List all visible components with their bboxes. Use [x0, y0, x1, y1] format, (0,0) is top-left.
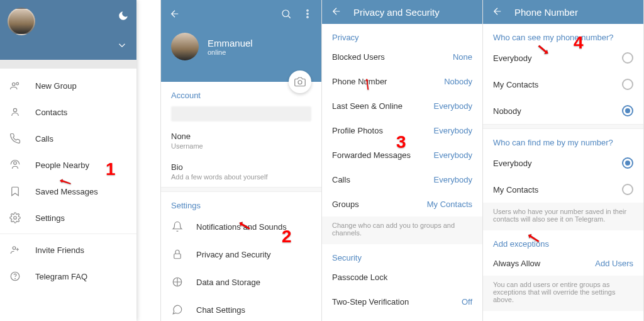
- row-always-allow[interactable]: Always AllowAdd Users: [483, 251, 643, 276]
- radio-icon: [622, 52, 633, 64]
- camera-fab[interactable]: [289, 70, 311, 93]
- drawer-header: [0, 0, 136, 60]
- settings-header-label: Settings: [161, 192, 321, 213]
- settings-header: Emmanuel online: [161, 0, 321, 82]
- radio-find-contacts[interactable]: My Contacts: [483, 176, 643, 203]
- svg-marker-17: [60, 179, 70, 184]
- radio-icon: [622, 184, 633, 195]
- avatar[interactable]: [8, 8, 35, 35]
- setting-chat[interactable]: Chat Settings: [161, 296, 321, 321]
- chat-icon: [171, 303, 184, 316]
- svg-point-0: [13, 83, 16, 86]
- row-passcode[interactable]: Passcode Lock: [322, 265, 482, 290]
- bookmark-icon: [9, 185, 21, 198]
- radio-see-nobody[interactable]: Nobody: [483, 98, 643, 124]
- radio-icon: [622, 79, 633, 90]
- privacy-section: Privacy: [322, 24, 482, 45]
- arrow-1: [60, 176, 71, 190]
- back-icon[interactable]: [331, 6, 342, 19]
- nearby-icon: [9, 159, 21, 171]
- user-status: online: [208, 48, 253, 56]
- menu-invite-friends[interactable]: Invite Friends: [0, 237, 136, 263]
- menu-people-nearby[interactable]: People Nearby: [0, 152, 136, 178]
- more-icon[interactable]: [301, 8, 314, 20]
- username-row[interactable]: None Username: [161, 125, 321, 156]
- find-note: Users who have your number saved in thei…: [483, 203, 643, 230]
- svg-point-9: [307, 10, 308, 11]
- invite-icon: [9, 244, 21, 256]
- chevron-down-icon[interactable]: [116, 40, 128, 54]
- group-icon: [9, 79, 21, 92]
- svg-point-4: [14, 217, 17, 220]
- menu-label: New Group: [35, 81, 77, 91]
- annotation-1: 1: [106, 159, 116, 179]
- menu-telegram-faq[interactable]: Telegram FAQ: [0, 263, 136, 290]
- annotation-4: 4: [574, 33, 584, 53]
- svg-point-11: [307, 16, 308, 18]
- privacy-header-bar: Privacy and Security: [322, 0, 482, 24]
- menu-label: Calls: [35, 134, 53, 144]
- phone-blurred: [171, 106, 311, 121]
- chat-list-backdrop: 🔍 23 AM4579 36 AM1 36 PM456 Mon149 Mon J…: [136, 0, 160, 321]
- menu-label: People Nearby: [35, 160, 89, 170]
- radio-see-everybody[interactable]: Everybody: [483, 45, 643, 71]
- menu-label: Telegram FAQ: [35, 272, 87, 281]
- radio-find-everybody[interactable]: Everybody: [483, 150, 643, 176]
- svg-point-8: [282, 10, 289, 17]
- svg-point-2: [13, 108, 16, 111]
- svg-point-1: [16, 82, 19, 85]
- radio-icon: [622, 157, 633, 169]
- bio-row[interactable]: Bio Add a few words about yourself: [161, 156, 321, 187]
- lock-icon: [171, 248, 184, 261]
- menu-new-group[interactable]: New Group: [0, 72, 136, 99]
- row-last-seen[interactable]: Last Seen & OnlineEverybody: [322, 94, 482, 118]
- annotation-2: 2: [282, 227, 292, 247]
- radio-see-contacts[interactable]: My Contacts: [483, 71, 643, 98]
- contact-icon: [9, 106, 21, 118]
- search-icon[interactable]: [280, 8, 292, 20]
- exceptions-header: Add exceptions: [483, 230, 643, 251]
- avatar[interactable]: [171, 33, 199, 60]
- svg-marker-20: [538, 45, 548, 54]
- setting-data[interactable]: Data and Storage: [161, 268, 321, 296]
- setting-privacy[interactable]: Privacy and Security: [161, 240, 321, 268]
- radio-icon: [622, 105, 633, 116]
- row-groups[interactable]: GroupsMy Contacts: [322, 192, 482, 217]
- svg-rect-13: [174, 254, 181, 259]
- night-mode-icon[interactable]: [118, 10, 129, 25]
- gear-icon: [9, 211, 21, 224]
- row-two-step[interactable]: Two-Step VerificationOff: [322, 290, 482, 314]
- phone-header-bar: Phone Number: [483, 0, 643, 24]
- row-blocked-users[interactable]: Blocked UsersNone: [322, 45, 482, 69]
- menu-calls[interactable]: Calls: [0, 125, 136, 152]
- row-calls[interactable]: CallsEverybody: [322, 167, 482, 192]
- svg-point-3: [14, 162, 17, 165]
- menu-label: Settings: [35, 213, 65, 223]
- back-icon[interactable]: [169, 8, 181, 20]
- svg-point-5: [13, 247, 16, 250]
- exceptions-note: You can add users or entire groups as ex…: [483, 276, 643, 311]
- menu-settings[interactable]: Settings: [0, 205, 136, 231]
- arrow-3: [362, 79, 373, 93]
- row-phone-number[interactable]: Phone NumberNobody: [322, 69, 482, 94]
- svg-marker-21: [528, 234, 539, 242]
- svg-marker-18: [240, 222, 250, 230]
- arrow-2: [239, 220, 250, 234]
- privacy-note: Change who can add you to groups and cha…: [322, 217, 482, 244]
- arrow-5: [528, 233, 540, 247]
- data-icon: [171, 276, 184, 288]
- bell-icon: [171, 220, 184, 233]
- see-header: Who can see my phone number?: [483, 24, 643, 45]
- svg-marker-19: [365, 79, 369, 90]
- privacy-security-panel: Privacy and Security Privacy Blocked Use…: [322, 0, 483, 321]
- find-header: Who can find me by my number?: [483, 129, 643, 150]
- settings-panel: Emmanuel online Account None Username Bi…: [161, 0, 322, 321]
- menu-contacts[interactable]: Contacts: [0, 99, 136, 125]
- drawer-panel: 🔍 23 AM4579 36 AM1 36 PM456 Mon149 Mon J…: [0, 0, 161, 321]
- help-icon: [9, 270, 21, 283]
- phone-number-panel: Phone Number Who can see my phone number…: [483, 0, 644, 321]
- annotation-3: 3: [396, 132, 406, 152]
- svg-point-12: [298, 81, 302, 84]
- back-icon[interactable]: [492, 6, 503, 19]
- row-sessions[interactable]: Active Sessions: [322, 314, 482, 321]
